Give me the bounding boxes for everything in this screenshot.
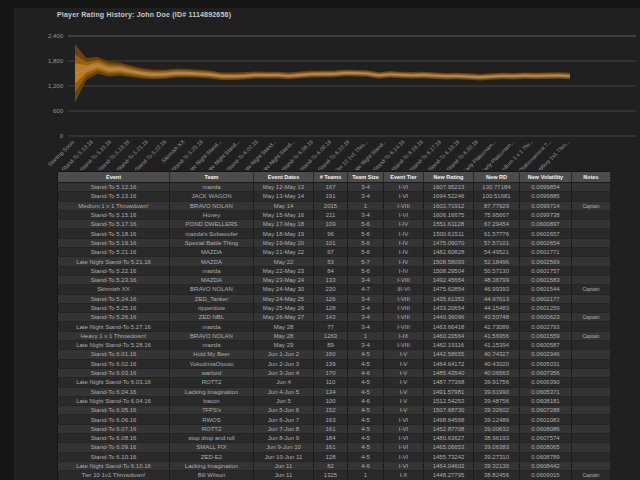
cell-size: 3-4	[348, 294, 384, 303]
cell-tier: I-VIII	[384, 303, 424, 312]
cell-rd: 87.77929	[474, 201, 520, 210]
cell-team[interactable]: MAZDA	[170, 275, 254, 284]
cell-rd: 67.29454	[474, 220, 520, 229]
cell-event[interactable]: Stand-To 5.18.16	[58, 229, 170, 238]
cell-teams: 100	[314, 396, 348, 405]
cell-notes	[572, 257, 611, 266]
cell-event[interactable]: Stand-To 6.09.16	[58, 443, 170, 452]
cell-size: 3-4	[348, 210, 384, 219]
cell-team[interactable]: mazda	[170, 341, 254, 350]
cell-team[interactable]: MAZDA	[170, 248, 254, 257]
cell-event[interactable]: Heavy 1 v 1 Throwdown!	[58, 331, 170, 340]
cell-event[interactable]: Late Night Stand-To 5.28.16	[58, 341, 170, 350]
cell-event[interactable]: Stand-To 6.08.16	[58, 434, 170, 443]
table-row: Stand-To 6.06.16RWOSJun 6-Jun 71634-5I-V…	[58, 415, 611, 424]
cell-team[interactable]: mazda	[170, 266, 254, 275]
cell-team[interactable]: SMALL FIX	[170, 443, 254, 452]
cell-team[interactable]: POND DWELLERS	[170, 220, 254, 229]
cell-rd: 39.48756	[474, 396, 520, 405]
cell-event[interactable]: Stand-To 5.17.16	[58, 220, 170, 229]
column-header-rating: New Rating	[424, 172, 474, 183]
cell-event[interactable]: Late Night Stand-To 6.03.16	[58, 378, 170, 387]
cell-teams: 167	[314, 183, 348, 192]
cell-dates: Jun 1-Jun 2	[254, 350, 314, 359]
cell-team[interactable]: RWOS	[170, 415, 254, 424]
cell-team[interactable]: ZED NBL	[170, 313, 254, 322]
cell-event[interactable]: Stand-To 6.01.16	[58, 350, 170, 359]
cell-team[interactable]: Lacking Imagination	[170, 387, 254, 396]
cell-event[interactable]: Late Night Stand-To 6.04.16	[58, 396, 170, 405]
cell-team[interactable]: BRAVO NOLAN	[170, 331, 254, 340]
cell-team[interactable]: ROTT2	[170, 378, 254, 387]
cell-teams: 82	[314, 461, 348, 470]
cell-team[interactable]: YokodmiaOtouto	[170, 359, 254, 368]
cell-event[interactable]: Stand-To 5.19.16	[58, 238, 170, 247]
cell-team[interactable]: Lacking Imagination	[170, 461, 254, 470]
cell-rd: 52.18496	[474, 257, 520, 266]
cell-team[interactable]: BRAVO NOLAN	[170, 201, 254, 210]
cell-event[interactable]: Stand-To 6.03.16	[58, 368, 170, 377]
cell-event[interactable]: Medium 1 v 1 Throwdown!	[58, 201, 170, 210]
cell-team[interactable]: stop drop and roll	[170, 434, 254, 443]
cell-event[interactable]: Stand-To 5.12.16	[58, 183, 170, 192]
cell-notes	[572, 210, 611, 219]
cell-event[interactable]: Stand-To 5.15.16	[58, 210, 170, 219]
cell-event[interactable]: Late Night Stand-To 6.10.16	[58, 461, 170, 470]
cell-event[interactable]: Stand-To 6.05.16	[58, 406, 170, 415]
cell-event[interactable]: Stand-To 6.07.16	[58, 424, 170, 433]
cell-notes	[572, 434, 611, 443]
cell-rating: 1492.45654	[424, 275, 474, 284]
cell-event[interactable]: Stand-To 6.04.16	[58, 387, 170, 396]
cell-team[interactable]: BRAVO NOLAN	[170, 285, 254, 294]
cell-event[interactable]: Late Night Stand-To 5.21.16	[58, 257, 170, 266]
cell-dates: Jun 7-Jun 8	[254, 424, 314, 433]
cell-team[interactable]: ZED_Tanker	[170, 294, 254, 303]
cell-event[interactable]: Skirmish XX	[58, 285, 170, 294]
cell-team[interactable]: Bill Wilson	[170, 471, 254, 480]
cell-rating: 1498.64568	[424, 415, 474, 424]
cell-team[interactable]: JACK WAGON	[170, 192, 254, 201]
cell-team[interactable]: warlord	[170, 368, 254, 377]
cell-event[interactable]: Stand-To 5.13.16	[58, 192, 170, 201]
cell-rd: 39.32602	[474, 406, 520, 415]
cell-team[interactable]: 7FPS's	[170, 406, 254, 415]
cell-team[interactable]: bacon	[170, 396, 254, 405]
cell-rating: 1462.19116	[424, 341, 474, 350]
table-row: Stand-To 5.21.16MAZDAMay 21-May 22675-6I…	[58, 248, 611, 257]
table-row: Stand-To 6.01.16Hold My BeerJun 1-Jun 21…	[58, 350, 611, 359]
cell-team[interactable]: Honey	[170, 210, 254, 219]
cell-event[interactable]: Stand-To 6.06.16	[58, 415, 170, 424]
table-header-row: EventTeamEvent Dates# TeamsTeam SizeEven…	[58, 172, 611, 183]
cell-teams: 152	[314, 406, 348, 415]
table-row: Stand-To 5.26.16ZED NBLMay 26-May 271433…	[58, 313, 611, 322]
cell-event[interactable]: Stand-To 5.22.16	[58, 266, 170, 275]
cell-team[interactable]: mazda	[170, 322, 254, 331]
cell-event[interactable]: Stand-To 5.21.16	[58, 248, 170, 257]
table-row: Heavy 1 v 1 Throwdown!BRAVO NOLANMay 281…	[58, 331, 611, 340]
table-row: Stand-To 5.24.16ZED_TankerMay 24-May 251…	[58, 294, 611, 303]
cell-size: 4-5	[348, 378, 384, 387]
table-row: Late Night Stand-To 6.10.16Lacking Imagi…	[58, 461, 611, 470]
cell-event[interactable]: Stand-To 5.23.16	[58, 275, 170, 284]
cell-team[interactable]: mazda's Subwoofer	[170, 229, 254, 238]
cell-team[interactable]: Special Battle Thing	[170, 238, 254, 247]
cell-team[interactable]: Hold My Beer	[170, 350, 254, 359]
cell-tier: I-IV	[384, 229, 424, 238]
cell-volatility: 0.0601083	[520, 415, 572, 424]
cell-event[interactable]: Stand-To 5.25.16	[58, 303, 170, 312]
cell-event[interactable]: Stand-To 5.24.16	[58, 294, 170, 303]
cell-team[interactable]: MAZDA	[170, 257, 254, 266]
cell-team[interactable]: ripperdote	[170, 303, 254, 312]
cell-team[interactable]: ROTT2	[170, 424, 254, 433]
cell-team[interactable]: ZED-E2	[170, 452, 254, 461]
cell-event[interactable]: Late Night Stand-To 5.27.16	[58, 322, 170, 331]
table-row: Stand-To 6.07.16ROTT2Jun 7-Jun 81614-5I-…	[58, 424, 611, 433]
cell-event[interactable]: Stand-To 5.26.16	[58, 313, 170, 322]
cell-teams: 110	[314, 378, 348, 387]
cell-event[interactable]: Stand-To 6.10.16	[58, 452, 170, 461]
cell-team[interactable]: mazda	[170, 183, 254, 192]
table-row: Stand-To 5.13.16JACK WAGONMay 13-May 141…	[58, 192, 611, 201]
cell-teams: 2015	[314, 201, 348, 210]
cell-event[interactable]: Tier 10 1v1 Throwdown!	[58, 471, 170, 480]
cell-event[interactable]: Stand-To 6.02.16	[58, 359, 170, 368]
